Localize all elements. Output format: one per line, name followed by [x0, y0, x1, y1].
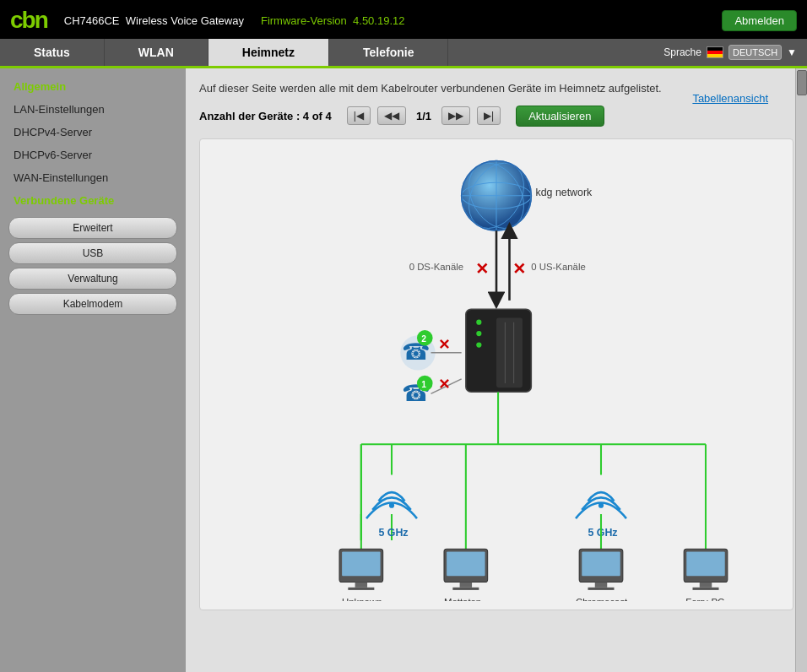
- svg-rect-44: [595, 582, 607, 587]
- language-selector: Sprache DEUTSCH ▼: [653, 45, 807, 60]
- header: cbn CH7466CE Wireless Voice Gateway Firm…: [0, 0, 807, 39]
- tab-status[interactable]: Status: [0, 39, 105, 66]
- sidebar-button-verwaltung[interactable]: Verwaltung: [8, 268, 177, 290]
- chevron-down-icon: ▼: [787, 46, 797, 58]
- network-svg: kdg network ✕ 0 DS-Kanäle ✕ 0 US-Kanäle: [209, 148, 784, 601]
- pagination-first[interactable]: |◀: [347, 106, 371, 125]
- pagination-bar: Anzahl der Geräte : 4 of 4 |◀ ◀◀ 1/1 ▶▶ …: [199, 106, 793, 127]
- device-chromecast-label: Chromecast: [576, 597, 628, 601]
- pagination-next[interactable]: ▶▶: [441, 106, 470, 125]
- pagination-current: 1/1: [413, 110, 435, 122]
- svg-rect-36: [355, 582, 367, 587]
- tab-telefonie[interactable]: Telefonie: [329, 39, 448, 66]
- firmware-info: Firmware-Version 4.50.19.12: [261, 14, 405, 27]
- svg-point-10: [476, 319, 481, 324]
- sidebar-item-dhcpv6[interactable]: DHCPv6-Server: [0, 144, 186, 166]
- device-unknown-label: Unknown: [342, 597, 382, 601]
- svg-rect-37: [348, 587, 374, 589]
- sidebar-item-dhcpv4[interactable]: DHCPv4-Server: [0, 121, 186, 144]
- flag-icon: [707, 46, 723, 58]
- svg-rect-35: [342, 551, 380, 576]
- tab-heimnetz[interactable]: Heimnetz: [209, 39, 329, 66]
- device-mettaton-label: Mettaton: [444, 597, 481, 601]
- language-label: Sprache: [663, 46, 701, 58]
- sidebar-button-usb[interactable]: USB: [8, 242, 177, 264]
- scrollbar-thumb[interactable]: [797, 70, 807, 95]
- internet-label: kdg network: [535, 186, 593, 198]
- svg-rect-39: [447, 551, 485, 576]
- us-channels-label: 0 US-Kanäle: [531, 261, 585, 271]
- sidebar-item-allgemein[interactable]: Allgemein: [0, 75, 186, 98]
- svg-point-28: [389, 502, 394, 507]
- sidebar-item-wan[interactable]: WAN-Einstellungen: [0, 166, 186, 189]
- device-ferrypc-label: Ferry-PC: [685, 597, 724, 601]
- svg-point-29: [598, 502, 604, 507]
- device-model: CH7466CE Wireless Voice Gateway: [64, 14, 244, 27]
- content-area: Auf dieser Seite werden alle mit dem Kab…: [186, 68, 807, 672]
- phone1-x-icon: ✕: [438, 377, 450, 393]
- svg-rect-45: [588, 587, 614, 589]
- wifi1-freq-label: 5 GHz: [379, 526, 409, 538]
- pagination-prev[interactable]: ◀◀: [377, 106, 406, 125]
- scrollbar-track[interactable]: [795, 68, 807, 672]
- svg-rect-40: [460, 582, 472, 587]
- network-diagram: kdg network ✕ 0 DS-Kanäle ✕ 0 US-Kanäle: [199, 138, 793, 610]
- logout-button[interactable]: Abmelden: [722, 10, 797, 31]
- svg-rect-49: [692, 587, 718, 589]
- pagination-last[interactable]: ▶|: [477, 106, 501, 125]
- main-layout: Allgemein LAN-Einstellungen DHCPv4-Serve…: [0, 68, 807, 672]
- sidebar-button-erweitert[interactable]: Erweitert: [8, 217, 177, 239]
- device-count-label: Anzahl der Geräte : 4 of 4: [199, 110, 332, 122]
- phone2-x-icon: ✕: [438, 336, 450, 352]
- ds-channels-label: 0 DS-Kanäle: [409, 261, 463, 271]
- table-view-link[interactable]: Tabellenansicht: [692, 92, 768, 105]
- svg-rect-48: [700, 582, 712, 587]
- phone2-badge: 2: [421, 334, 426, 344]
- phone1-badge: 1: [421, 380, 426, 389]
- ds-x-icon: ✕: [475, 259, 489, 277]
- svg-point-11: [476, 330, 481, 335]
- wifi2-freq-label: 5 GHz: [588, 526, 617, 538]
- svg-rect-43: [582, 551, 620, 576]
- us-x-icon: ✕: [512, 259, 526, 277]
- svg-rect-47: [686, 551, 724, 576]
- sidebar-button-kabelmodem[interactable]: Kabelmodem: [8, 293, 177, 315]
- sidebar: Allgemein LAN-Einstellungen DHCPv4-Serve…: [0, 68, 186, 672]
- content-inner: Auf dieser Seite werden alle mit dem Kab…: [186, 68, 807, 672]
- svg-point-12: [476, 342, 481, 347]
- refresh-button[interactable]: Aktualisieren: [516, 106, 604, 127]
- language-dropdown[interactable]: DEUTSCH: [728, 45, 782, 60]
- svg-rect-13: [496, 317, 523, 387]
- sidebar-item-lan[interactable]: LAN-Einstellungen: [0, 98, 186, 121]
- svg-rect-41: [452, 587, 479, 589]
- nav-tabs: Status WLAN Heimnetz Telefonie Sprache D…: [0, 39, 807, 68]
- logo: cbn: [10, 7, 47, 34]
- tab-wlan[interactable]: WLAN: [105, 39, 209, 66]
- sidebar-item-verbundene[interactable]: Verbundene Geräte: [0, 189, 186, 212]
